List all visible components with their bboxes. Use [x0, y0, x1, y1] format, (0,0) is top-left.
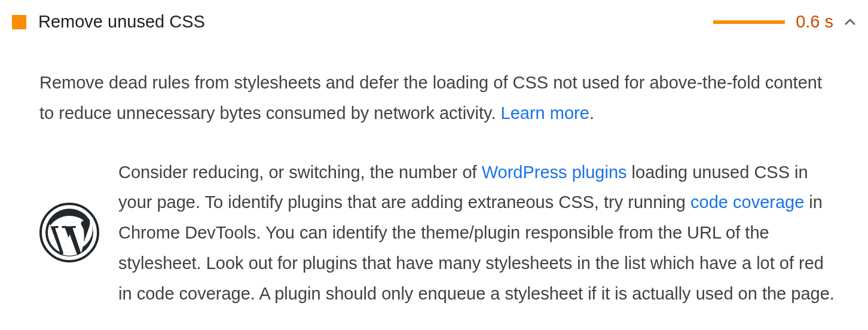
wordpress-plugins-link[interactable]: WordPress plugins [482, 163, 627, 182]
audit-title: Remove unused CSS [38, 12, 701, 32]
learn-more-link[interactable]: Learn more [501, 103, 589, 123]
audit-header-right: 0.6 s [713, 12, 856, 32]
wordpress-icon [39, 203, 99, 262]
chevron-up-icon[interactable] [844, 16, 856, 28]
stackpack-section: Consider reducing, or switching, the num… [39, 157, 838, 309]
savings-bar-icon [713, 20, 785, 24]
stackpack-text-1: Consider reducing, or switching, the num… [118, 163, 482, 182]
audit-description: Remove dead rules from stylesheets and d… [39, 68, 838, 129]
savings-value: 0.6 s [796, 12, 833, 32]
description-period: . [589, 103, 594, 123]
status-indicator-icon [12, 15, 26, 29]
stackpack-description: Consider reducing, or switching, the num… [118, 157, 838, 309]
description-text: Remove dead rules from stylesheets and d… [39, 73, 822, 123]
audit-header[interactable]: Remove unused CSS 0.6 s [12, 12, 856, 32]
code-coverage-link[interactable]: code coverage [690, 192, 804, 212]
